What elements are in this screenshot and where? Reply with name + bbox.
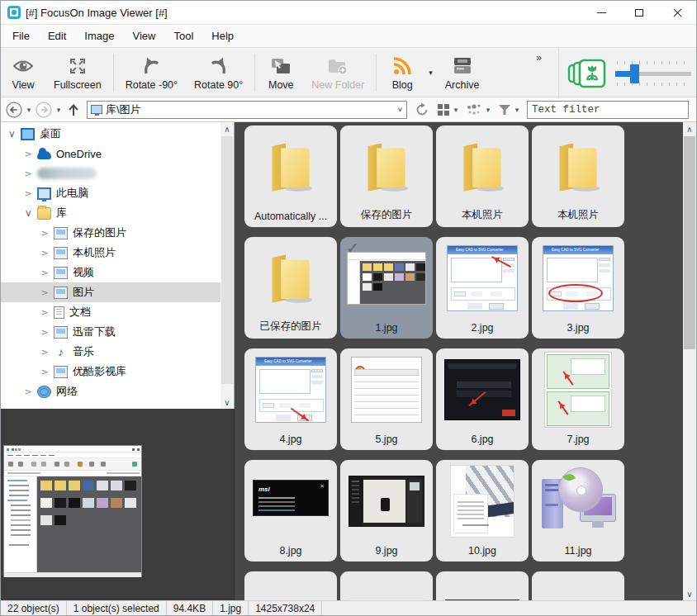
address-dropdown-chevron[interactable]: ∨	[397, 106, 403, 113]
tree-item-libraries[interactable]: > 库	[1, 203, 220, 223]
grid-item-label: 本机照片	[534, 208, 622, 222]
tree-item-user-redacted[interactable]: >	[1, 163, 220, 183]
tree-scrollbar-thumb[interactable]	[221, 136, 233, 384]
grid-item-folder[interactable]: 已保存的图片	[244, 237, 337, 339]
tree-item-onedrive[interactable]: > OneDrive	[1, 144, 220, 163]
preview-pane[interactable]	[1, 409, 235, 600]
tree-scrollbar[interactable]: ∧ ∨	[220, 122, 234, 409]
sort-button[interactable]: ▾	[466, 103, 493, 116]
grid-item[interactable]: 5.jpg	[340, 348, 433, 450]
grid-item-folder[interactable]: Automatically ...	[244, 126, 337, 227]
tree-item-this-pc[interactable]: > 此电脑	[1, 183, 220, 203]
rotate-left-button[interactable]: Rotate -90°	[117, 49, 186, 97]
expand-chevron-icon[interactable]: >	[24, 168, 32, 179]
new-folder-icon	[327, 55, 348, 77]
tree-item-thunder-download[interactable]: > 迅雷下载	[1, 322, 220, 342]
archive-button[interactable]: Archive	[437, 49, 488, 97]
grid-item[interactable]: Easy CAD to SVG Converter 3.jpg	[532, 237, 624, 339]
menu-edit[interactable]: Edit	[48, 26, 76, 46]
view-mode-button[interactable]: ▾	[437, 103, 461, 116]
expand-chevron-icon[interactable]: >	[40, 228, 49, 239]
expand-chevron-icon[interactable]: >	[24, 386, 32, 397]
blog-button[interactable]: Blog	[380, 49, 424, 97]
grid-item[interactable]: 11.jpg	[532, 460, 624, 562]
thumbnail-size-icon[interactable]	[567, 59, 607, 88]
grid-item[interactable]: Easy CAD to SVG Converter 2.jpg	[436, 237, 529, 339]
expand-chevron-icon[interactable]: >	[24, 188, 32, 199]
close-button[interactable]	[658, 1, 696, 24]
grid-item-selected[interactable]: ✓ 1.jpg	[340, 237, 433, 339]
slider-thumb[interactable]	[630, 64, 639, 83]
expand-chevron-icon[interactable]: >	[40, 327, 49, 338]
grid-item[interactable]: Easy CAD to SVG Converter 4.jpg	[244, 348, 337, 450]
menu-file[interactable]: File	[12, 26, 40, 46]
sort-dropdown-arrow[interactable]: ▾	[483, 106, 493, 114]
expand-chevron-icon[interactable]: >	[40, 268, 49, 278]
expand-chevron-icon[interactable]: >	[40, 287, 49, 298]
text-filter-input[interactable]	[527, 101, 689, 119]
rotate-right-button[interactable]: Rotate 90°	[186, 49, 251, 97]
grid-item[interactable]: 10.jpg	[436, 460, 529, 562]
grid-scrollbar-thumb[interactable]	[684, 136, 695, 349]
scroll-up-icon[interactable]: ∧	[683, 122, 696, 135]
grid-item[interactable]: 9.jpg	[340, 460, 433, 562]
grid-item[interactable]: 7.jpg	[532, 348, 624, 450]
filter-dropdown-arrow[interactable]: ▾	[512, 106, 522, 114]
menu-image[interactable]: Image	[84, 26, 124, 46]
blog-dropdown-arrow[interactable]: ▾	[424, 49, 437, 97]
forward-dropdown-arrow[interactable]: ▾	[54, 106, 64, 114]
network-icon	[37, 386, 51, 398]
address-box[interactable]: 库\图片 ∨	[87, 101, 407, 119]
expand-chevron-icon[interactable]: >	[23, 209, 34, 217]
tree-item-saved-pictures[interactable]: > 保存的图片	[1, 223, 220, 243]
expand-chevron-icon[interactable]: >	[40, 307, 49, 318]
menu-help[interactable]: Help	[211, 26, 244, 46]
tree-item-documents[interactable]: > 文档	[1, 302, 220, 322]
grid-item[interactable]	[436, 571, 529, 600]
forward-button[interactable]	[34, 100, 54, 120]
maximize-button[interactable]	[620, 1, 658, 24]
grid-item[interactable]	[244, 571, 337, 600]
scroll-down-icon[interactable]: ∨	[220, 396, 234, 409]
app-window: [#] FocusOn Image Viewer [#] File Edit I…	[0, 0, 697, 616]
status-selected-count: 1 object(s) selected	[67, 601, 167, 615]
scroll-up-icon[interactable]: ∧	[220, 122, 234, 135]
grid-item[interactable]	[532, 571, 624, 600]
filter-button[interactable]: ▾	[498, 104, 522, 116]
back-button[interactable]	[4, 100, 24, 120]
minimize-button[interactable]	[582, 1, 620, 24]
new-folder-button[interactable]: New Folder	[303, 49, 372, 97]
grid-item-folder[interactable]: 保存的图片	[340, 126, 433, 227]
up-button[interactable]	[64, 100, 83, 120]
thumbnail-size-slider[interactable]	[615, 59, 691, 88]
tree-item-pictures-selected[interactable]: > 图片	[1, 282, 220, 302]
refresh-button[interactable]	[412, 100, 432, 120]
grid-item[interactable]: 6.jpg	[436, 348, 529, 450]
expand-chevron-icon[interactable]: >	[40, 347, 49, 358]
expand-chevron-icon[interactable]: >	[7, 130, 17, 138]
view-button[interactable]: View	[1, 49, 45, 97]
fullscreen-button[interactable]: Fullscreen	[45, 49, 110, 97]
scroll-down-icon[interactable]: ∨	[683, 587, 696, 600]
grid-item[interactable]: msi✕ 8.jpg	[244, 460, 337, 562]
tree-item-network[interactable]: > 网络	[1, 381, 220, 401]
tree-item-desktop[interactable]: > 桌面	[1, 124, 220, 144]
tree-item-youku-library[interactable]: > 优酷影视库	[1, 362, 220, 381]
menu-view[interactable]: View	[133, 26, 166, 46]
grid-item-folder[interactable]: 本机照片	[532, 126, 624, 227]
tree-item-videos[interactable]: > 视频	[1, 263, 220, 282]
menu-tool[interactable]: Tool	[173, 26, 203, 46]
back-dropdown-arrow[interactable]: ▾	[24, 106, 34, 114]
expand-chevron-icon[interactable]: >	[40, 367, 49, 377]
expand-chevron-icon[interactable]: >	[24, 149, 32, 159]
view-mode-dropdown-arrow[interactable]: ▾	[451, 106, 461, 114]
toolbar-overflow-chevron[interactable]: »	[533, 50, 544, 65]
grid-item[interactable]	[340, 571, 433, 600]
move-button[interactable]: Move	[258, 49, 303, 97]
grid-scrollbar[interactable]: ∧ ∨	[683, 122, 696, 600]
grid-item-folder[interactable]: 本机照片	[436, 126, 529, 227]
expand-chevron-icon[interactable]: >	[40, 248, 49, 258]
tree-label: 保存的图片	[73, 225, 126, 240]
tree-item-music[interactable]: > ♪ 音乐	[1, 342, 220, 362]
tree-item-camera-roll[interactable]: > 本机照片	[1, 243, 220, 263]
